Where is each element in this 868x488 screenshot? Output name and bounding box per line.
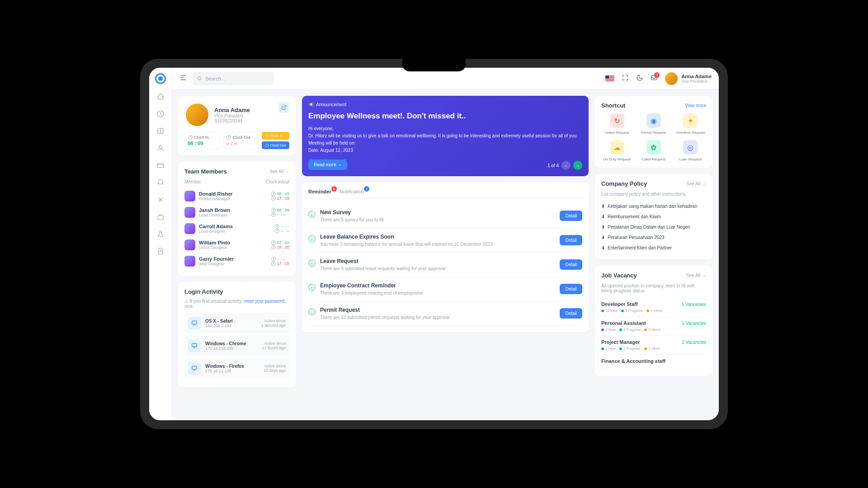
svg-rect-18 [192, 343, 197, 347]
nav-bell[interactable] [156, 178, 165, 187]
policy-see-all[interactable]: See All → [686, 181, 706, 186]
detail-button[interactable]: Detail [560, 211, 582, 221]
reminder-item: ⓘPermit RequestThere are 12 submitted pe… [308, 301, 582, 326]
nav-book[interactable] [156, 127, 165, 136]
login-warn: ⚠ If you find unusual activity, reset yo… [184, 299, 289, 309]
svg-rect-20 [192, 366, 197, 369]
member-row[interactable]: William PintoUI/UX Designer🕐 07 : 15🕐 18… [184, 237, 289, 253]
team-see-all[interactable]: See All → [269, 169, 289, 174]
member-avatar [184, 191, 195, 202]
shortcut-item[interactable]: ◉Permit Request [638, 113, 669, 135]
detail-button[interactable]: Detail [560, 235, 582, 245]
profile-id: S1020220144 [214, 118, 250, 123]
nav-user[interactable] [156, 144, 165, 153]
detail-button[interactable]: Detail [560, 308, 582, 319]
clock-in-time: 08 : 09 [188, 141, 217, 146]
svg-point-3 [159, 145, 162, 148]
shortcut-item[interactable]: ✦Overtime Request [675, 113, 706, 135]
policy-item[interactable]: ⬇ Kebijakan uang makan harian dan kehadi… [601, 201, 706, 211]
policy-desc: List company policy and other instructio… [601, 192, 706, 197]
member-row[interactable]: Garry FournierWeb Designer🕐 -- : --🕐 17 … [184, 253, 289, 269]
carousel-next-button[interactable]: → [573, 161, 582, 170]
download-icon: ⬇ [601, 235, 605, 240]
external-link-icon[interactable] [278, 102, 289, 113]
shortcut-view-more[interactable]: View more [685, 103, 706, 108]
shortcut-icon: ✿ [646, 140, 661, 155]
shortcut-icon: ↻ [610, 113, 624, 128]
profile-name: Anna Adame [214, 107, 250, 113]
clock-in-box: 🕐Clock In 08 : 09 [184, 132, 220, 149]
member-row[interactable]: Donald RisherProduct Manager🕐 08 : 15🕐 1… [184, 188, 289, 204]
nav-card[interactable] [156, 161, 165, 170]
clock-out-button[interactable]: ▢Clock Out [262, 141, 289, 149]
vacancy-desc: All opened position in company need to f… [601, 283, 706, 293]
policy-item[interactable]: ⬇ Perjalanan Dinas Dalam dan Luar Negeri [601, 222, 706, 232]
profile-avatar [184, 102, 210, 127]
detail-button[interactable]: Detail [560, 259, 582, 270]
member-avatar [184, 207, 195, 218]
login-row[interactable]: OS X - Safari192.168.1.102Active since1 … [184, 313, 289, 333]
login-row[interactable]: Windows - Firefox172.16.11.120Active sin… [184, 358, 289, 378]
vacancy-item[interactable]: Personal Assistant1 Vacancies2 New3 Prog… [601, 317, 706, 336]
nav-briefcase[interactable] [156, 212, 165, 221]
notification-badge: 7 [364, 186, 369, 192]
download-icon: ⬇ [601, 225, 605, 230]
profile-card: Anna Adame Vice President S1020220144 [184, 102, 289, 127]
shortcut-item[interactable]: ✿Claim Request [638, 140, 669, 161]
user-role: Vice President [681, 79, 712, 84]
info-icon: ⓘ [308, 283, 316, 296]
team-members-card: Team Members See All → MemberClock in/ou… [178, 162, 296, 276]
nav-doc[interactable] [156, 247, 165, 256]
menu-toggle-icon[interactable] [179, 74, 187, 84]
shortcut-card: Shortcut View more ↻Leave Request◉Permit… [595, 96, 712, 168]
clock-icon: 🕐 [188, 135, 193, 140]
info-icon: ⓘ [308, 235, 316, 247]
nav-tools[interactable] [156, 195, 165, 204]
info-icon: ⓘ [308, 210, 316, 222]
monitor-icon [188, 317, 201, 329]
tab-notification[interactable]: Notification7 [340, 189, 364, 198]
announce-title: Employee Wellness meet!. Don't missed it… [308, 112, 582, 121]
tab-reminder[interactable]: Reminder3 [308, 189, 331, 198]
login-title: Login Activity [184, 288, 289, 295]
fullscreen-icon[interactable] [622, 74, 629, 83]
nav-dashboard[interactable] [156, 109, 165, 118]
nav-home[interactable] [156, 92, 165, 101]
reminder-item: ⓘEmployee Contract ReminderThere are 3 e… [308, 277, 582, 301]
clock-in-button[interactable]: ▢Clock In [262, 132, 289, 140]
shortcut-item[interactable]: ↻Leave Request [601, 113, 632, 135]
member-row[interactable]: Carroll AdamsLead Designer🕐 -- : --🕐 -- … [184, 221, 289, 237]
vacancy-see-all[interactable]: See All → [686, 273, 706, 278]
inbox-icon[interactable]: 3 [651, 74, 658, 83]
nav-flask[interactable] [156, 230, 165, 239]
reminder-item: ⓘLeave Balance Expires SoonYou have 3 re… [308, 228, 582, 253]
user-menu[interactable]: Anna Adame Vice President [665, 72, 712, 85]
vacancy-item[interactable]: Project Manager2 Vacancies1 New1 Progres… [601, 336, 706, 355]
search-input[interactable]: Search... [193, 72, 274, 85]
shortcut-icon: ◉ [646, 113, 661, 128]
carousel-pager: 1 of 4 [547, 163, 559, 168]
search-icon [197, 76, 203, 81]
policy-item[interactable]: ⬇ Peraturan Perusahaan 2023 [601, 232, 706, 243]
shortcut-item[interactable]: ☁On Duty Request [601, 140, 632, 161]
reset-password-link[interactable]: reset your password [244, 299, 284, 304]
flag-icon[interactable] [605, 75, 614, 81]
clock-out-box: 🕐Clock Out -- : -- [223, 132, 259, 149]
vacancy-card: Job Vacancy See All → All opened positio… [595, 266, 712, 376]
member-avatar [184, 239, 195, 250]
shortcut-item[interactable]: ◎Loan Request [675, 140, 706, 161]
carousel-prev-button[interactable]: ← [561, 161, 571, 170]
login-row[interactable]: Windows - Chrome172.16.134.102Active sin… [184, 336, 289, 356]
policy-item[interactable]: ⬇ Entertainment Klien dan Partner [601, 243, 706, 253]
reminder-item: ⓘLeave RequestThere are 9 submitted leav… [308, 253, 582, 277]
info-icon: ⓘ [308, 308, 316, 320]
policy-item[interactable]: ⬇ Reimbursement dan Klaim [601, 211, 706, 222]
download-icon: ⬇ [601, 204, 605, 209]
member-row[interactable]: Jansh BrownLead Developer🕐 08 : 09🕐 -- :… [184, 204, 289, 221]
vacancy-item[interactable]: Developer Staff5 Vancanies10 New1 Progre… [601, 298, 706, 317]
dark-mode-icon[interactable] [636, 74, 643, 83]
read-more-button[interactable]: Read more → [308, 160, 347, 170]
clock-icon: 🕐 [226, 135, 231, 140]
detail-button[interactable]: Detail [560, 284, 582, 294]
vacancy-item[interactable]: Finance & Accounting staff [601, 355, 706, 370]
